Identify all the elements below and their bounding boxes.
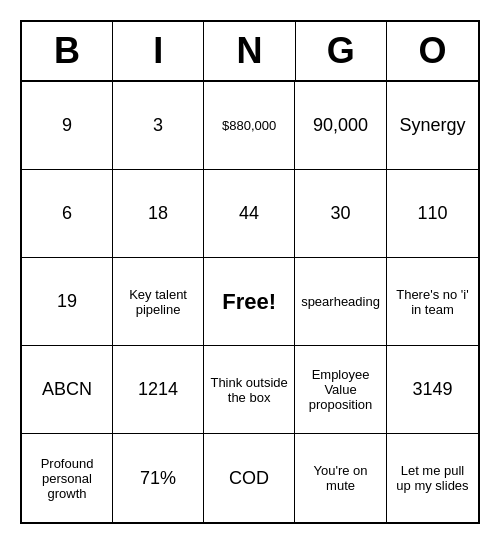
bingo-cell-7: 44 <box>204 170 295 258</box>
bingo-grid: 93$880,00090,000Synergy618443011019Key t… <box>22 82 478 522</box>
cell-value-22: COD <box>229 468 269 489</box>
cell-value-14: There's no 'i' in team <box>393 287 472 317</box>
header-letter-n: N <box>204 22 295 80</box>
cell-value-3: 90,000 <box>313 115 368 136</box>
cell-value-7: 44 <box>239 203 259 224</box>
bingo-cell-18: Employee Value proposition <box>295 346 387 434</box>
bingo-cell-20: Profound personal growth <box>22 434 113 522</box>
bingo-cell-14: There's no 'i' in team <box>387 258 478 346</box>
bingo-cell-0: 9 <box>22 82 113 170</box>
cell-value-24: Let me pull up my slides <box>393 463 472 493</box>
bingo-cell-11: Key talent pipeline <box>113 258 204 346</box>
bingo-cell-16: 1214 <box>113 346 204 434</box>
bingo-cell-21: 71% <box>113 434 204 522</box>
cell-value-15: ABCN <box>42 379 92 400</box>
header-letter-b: B <box>22 22 113 80</box>
bingo-cell-15: ABCN <box>22 346 113 434</box>
bingo-cell-22: COD <box>204 434 295 522</box>
cell-value-10: 19 <box>57 291 77 312</box>
bingo-cell-12: Free! <box>204 258 295 346</box>
header-letter-o: O <box>387 22 478 80</box>
bingo-cell-17: Think outside the box <box>204 346 295 434</box>
cell-value-0: 9 <box>62 115 72 136</box>
bingo-cell-4: Synergy <box>387 82 478 170</box>
bingo-cell-1: 3 <box>113 82 204 170</box>
cell-value-20: Profound personal growth <box>28 456 106 501</box>
bingo-cell-3: 90,000 <box>295 82 387 170</box>
cell-value-1: 3 <box>153 115 163 136</box>
cell-value-4: Synergy <box>399 115 465 136</box>
bingo-cell-19: 3149 <box>387 346 478 434</box>
bingo-cell-2: $880,000 <box>204 82 295 170</box>
header-letter-i: I <box>113 22 204 80</box>
bingo-cell-10: 19 <box>22 258 113 346</box>
bingo-cell-9: 110 <box>387 170 478 258</box>
cell-value-19: 3149 <box>412 379 452 400</box>
cell-value-17: Think outside the box <box>210 375 288 405</box>
bingo-cell-24: Let me pull up my slides <box>387 434 478 522</box>
bingo-cell-23: You're on mute <box>295 434 387 522</box>
cell-value-6: 18 <box>148 203 168 224</box>
bingo-cell-13: spearheading <box>295 258 387 346</box>
cell-value-16: 1214 <box>138 379 178 400</box>
cell-value-13: spearheading <box>301 294 380 309</box>
cell-value-12: Free! <box>222 289 276 315</box>
cell-value-23: You're on mute <box>301 463 380 493</box>
cell-value-2: $880,000 <box>222 118 276 133</box>
bingo-cell-8: 30 <box>295 170 387 258</box>
cell-value-5: 6 <box>62 203 72 224</box>
cell-value-11: Key talent pipeline <box>119 287 197 317</box>
header-letter-g: G <box>296 22 387 80</box>
bingo-card: BINGO 93$880,00090,000Synergy61844301101… <box>20 20 480 524</box>
cell-value-18: Employee Value proposition <box>301 367 380 412</box>
bingo-header: BINGO <box>22 22 478 82</box>
cell-value-21: 71% <box>140 468 176 489</box>
cell-value-9: 110 <box>417 203 447 224</box>
bingo-cell-6: 18 <box>113 170 204 258</box>
cell-value-8: 30 <box>331 203 351 224</box>
bingo-cell-5: 6 <box>22 170 113 258</box>
